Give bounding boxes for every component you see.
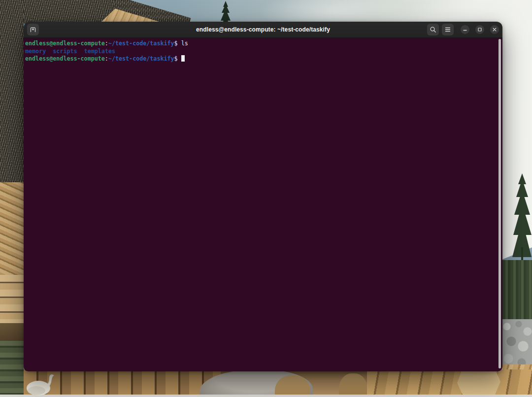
- menu-icon: [444, 26, 452, 33]
- new-tab-icon: [29, 26, 37, 33]
- close-icon: [492, 27, 497, 32]
- wallpaper-green-shingles-left: [0, 341, 24, 397]
- wallpaper-wood-panel: [457, 371, 500, 397]
- terminal-text-segment: endless@endless-compute: [25, 40, 105, 47]
- terminal-text-segment: ls: [181, 40, 188, 47]
- terminal-text-segment: $: [174, 40, 181, 47]
- terminal-text-segment: ~/test-code/taskify: [108, 40, 174, 47]
- terminal-text-segment: scripts: [53, 48, 77, 55]
- terminal-text-segment: ~/test-code/taskify: [108, 55, 174, 62]
- terminal-scrollbar[interactable]: [499, 39, 501, 368]
- wallpaper-forest: [502, 260, 532, 324]
- terminal-text-segment: $: [174, 55, 181, 62]
- terminal-text-segment: :: [105, 55, 108, 62]
- wallpaper-bottom-edge: [0, 395, 532, 397]
- terminal-line: endless@endless-compute:~/test-code/task…: [25, 40, 498, 48]
- maximize-button[interactable]: [475, 25, 484, 34]
- wallpaper-planks-left: [0, 275, 24, 327]
- terminal-text-segment: templates: [84, 48, 115, 55]
- maximize-icon: [477, 27, 482, 32]
- terminal-text-segment: memory: [25, 48, 46, 55]
- new-tab-button[interactable]: [27, 24, 39, 35]
- terminal-line: memory scripts templates: [25, 48, 498, 56]
- window-title: endless@endless-compute: ~/test-code/tas…: [196, 26, 330, 33]
- close-button[interactable]: [490, 25, 499, 34]
- minimize-icon: [463, 27, 467, 32]
- wallpaper-diagonal-plank-wall: [367, 369, 532, 397]
- desktop-wallpaper: endless@endless-compute: ~/test-code/tas…: [0, 0, 532, 397]
- wallpaper-twig-thatch-left: [0, 0, 24, 187]
- wallpaper-carved-figure: [339, 373, 367, 397]
- wallpaper-bird-carving: [22, 368, 57, 397]
- minimize-button[interactable]: [461, 25, 469, 34]
- terminal-text-segment: [77, 48, 84, 55]
- terminal-text-segment: endless@endless-compute: [25, 55, 105, 62]
- terminal-cursor: [181, 55, 185, 62]
- wallpaper-shingles-left: [0, 182, 24, 281]
- terminal-window: endless@endless-compute: ~/test-code/tas…: [24, 22, 502, 371]
- wallpaper-rock-scree: [502, 319, 532, 368]
- terminal-text-segment: [46, 48, 53, 55]
- search-button[interactable]: [427, 24, 439, 35]
- terminal-text-segment: :: [105, 40, 108, 47]
- terminal-line: endless@endless-compute:~/test-code/task…: [25, 55, 498, 63]
- search-icon: [429, 26, 437, 33]
- titlebar[interactable]: endless@endless-compute: ~/test-code/tas…: [24, 22, 502, 38]
- terminal-content[interactable]: endless@endless-compute:~/test-code/task…: [24, 38, 502, 371]
- menu-button[interactable]: [442, 24, 454, 35]
- terminal-lines: endless@endless-compute:~/test-code/task…: [25, 40, 498, 63]
